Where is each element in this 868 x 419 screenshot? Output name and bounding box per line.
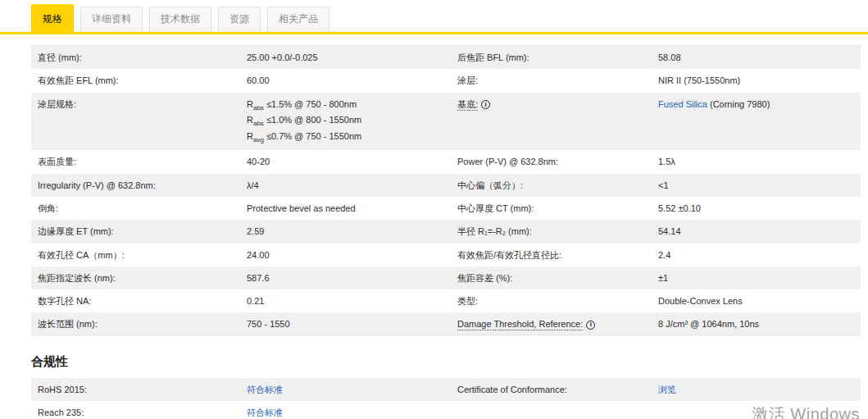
tab-related-products[interactable]: 相关产品 <box>267 7 329 32</box>
spec-label: 波长范围 (nm): <box>31 312 240 335</box>
spec-table: 直径 (mm): 25.00 +0.0/-0.025 后焦距 BFL (mm):… <box>31 45 861 336</box>
spec-label: 类型: <box>451 289 652 312</box>
compliance-table: RoHS 2015: 符合标准 Certificate of Conforman… <box>31 378 861 419</box>
spec-label: Power (P-V) @ 632.8nm: <box>451 150 652 173</box>
spec-label: Irregularity (P-V) @ 632.8nm: <box>31 174 240 197</box>
compliance-label: RoHS 2015: <box>31 378 240 401</box>
spec-label-damage-threshold: Damage Threshold, Reference:i <box>451 312 652 335</box>
compliance-label: Reach 235: <box>31 401 240 419</box>
spec-label: 数字孔径 NA: <box>31 289 240 312</box>
compliance-value: 符合标准 <box>240 401 451 419</box>
coating-spec-line: Ravg ≤0.7% @ 750 - 1550nm <box>247 130 444 145</box>
compliance-value <box>652 401 861 419</box>
rohs-compliant-link[interactable]: 符合标准 <box>247 385 283 394</box>
spec-value: Protective bevel as needed <box>240 197 451 220</box>
coating-spec-line: Rabs ≤1.0% @ 800 - 1550nm <box>247 114 444 129</box>
spec-value: 587.6 <box>240 266 451 289</box>
compliance-value: 符合标准 <box>240 378 451 401</box>
spec-value: 2.4 <box>652 244 861 266</box>
spec-row-wavelength-range: 波长范围 (nm): 750 - 1550 Damage Threshold, … <box>31 312 861 335</box>
tab-resources[interactable]: 资源 <box>218 7 261 32</box>
spec-label: 焦距指定波长 (nm): <box>31 266 240 289</box>
tab-details[interactable]: 详细资料 <box>80 7 143 32</box>
compliance-label: Certificate of Conformance: <box>451 378 652 401</box>
spec-value: ±1 <box>652 266 861 289</box>
spec-label-substrate: 基底:i <box>451 93 652 151</box>
compliance-row-rohs: RoHS 2015: 符合标准 Certificate of Conforman… <box>31 378 861 401</box>
info-icon[interactable]: i <box>586 321 595 330</box>
spec-value: 0.21 <box>240 289 451 312</box>
spec-value: <1 <box>652 174 861 197</box>
spec-label: 倒角: <box>31 197 240 220</box>
spec-label: 有效焦距/有效孔径直径比: <box>451 244 652 266</box>
compliance-value: 浏览 <box>652 378 861 401</box>
reach-compliant-link[interactable]: 符合标准 <box>247 408 283 417</box>
spec-value: NIR II (750-1550nm) <box>652 69 861 92</box>
spec-row-clear-aperture: 有效孔径 CA（mm）: 24.00 有效焦距/有效孔径直径比: 2.4 <box>31 244 861 266</box>
spec-label: 涂层规格: <box>31 93 240 151</box>
compliance-heading: 合规性 <box>31 354 868 370</box>
info-icon[interactable]: i <box>481 100 490 109</box>
spec-value: 60.00 <box>240 69 451 92</box>
spec-row-irregularity: Irregularity (P-V) @ 632.8nm: λ/4 中心偏（弧分… <box>31 174 861 197</box>
damage-threshold-label: Damage Threshold, Reference: <box>457 319 583 330</box>
spec-row-coating: 涂层规格: Rabs ≤1.5% @ 750 - 800nm Rabs ≤1.0… <box>31 93 861 151</box>
spec-value: λ/4 <box>240 174 451 197</box>
certificate-view-link[interactable]: 浏览 <box>658 385 676 394</box>
tab-technical-data[interactable]: 技术数据 <box>149 7 211 32</box>
spec-label: 中心偏（弧分）: <box>451 174 652 197</box>
spec-value: Double-Convex Lens <box>652 289 861 312</box>
tab-specifications[interactable]: 规格 <box>31 4 74 32</box>
compliance-label <box>451 401 652 419</box>
spec-value: 40-20 <box>240 150 451 173</box>
spec-row-efl: 有效焦距 EFL (mm): 60.00 涂层: NIR II (750-155… <box>31 69 861 92</box>
spec-value: 8 J/cm² @ 1064nm, 10ns <box>652 312 861 335</box>
spec-value: 25.00 +0.0/-0.025 <box>240 46 451 69</box>
spec-label: 半径 R₁=-R₂ (mm): <box>451 220 652 243</box>
coating-spec-value: Rabs ≤1.5% @ 750 - 800nm Rabs ≤1.0% @ 80… <box>240 93 451 151</box>
spec-value: 24.00 <box>240 244 451 266</box>
substrate-suffix: (Corning 7980) <box>707 99 770 109</box>
spec-row-surface-quality: 表面质量: 40-20 Power (P-V) @ 632.8nm: 1.5λ <box>31 150 861 173</box>
spec-value: 58.08 <box>652 46 861 69</box>
tab-bar: 规格 详细资料 技术数据 资源 相关产品 <box>0 0 868 34</box>
coating-spec-line: Rabs ≤1.5% @ 750 - 800nm <box>247 98 444 113</box>
spec-row-diameter: 直径 (mm): 25.00 +0.0/-0.025 后焦距 BFL (mm):… <box>31 46 861 69</box>
spec-label: 中心厚度 CT (mm): <box>451 197 652 220</box>
spec-label: 有效孔径 CA（mm）: <box>31 244 240 266</box>
substrate-link[interactable]: Fused Silica <box>658 99 707 109</box>
spec-label: 后焦距 BFL (mm): <box>451 46 652 69</box>
spec-label: 涂层: <box>451 69 652 92</box>
substrate-label: 基底: <box>457 99 478 111</box>
spec-row-bevel: 倒角: Protective bevel as needed 中心厚度 CT (… <box>31 197 861 220</box>
spec-value: 2.59 <box>240 220 451 243</box>
spec-value: 750 - 1550 <box>240 312 451 335</box>
spec-label: 直径 (mm): <box>31 46 240 69</box>
spec-value-substrate: Fused Silica (Corning 7980) <box>652 93 861 151</box>
spec-value: 5.52 ±0.10 <box>652 197 861 220</box>
spec-row-edge-thickness: 边缘厚度 ET (mm): 2.59 半径 R₁=-R₂ (mm): 54.14 <box>31 220 861 243</box>
spec-label: 边缘厚度 ET (mm): <box>31 220 240 243</box>
spec-label: 表面质量: <box>31 150 240 173</box>
spec-label: 有效焦距 EFL (mm): <box>31 69 240 92</box>
spec-label: 焦距容差 (%): <box>451 266 652 289</box>
spec-value: 1.5λ <box>652 150 861 173</box>
spec-row-design-wavelength: 焦距指定波长 (nm): 587.6 焦距容差 (%): ±1 <box>31 266 861 289</box>
spec-value: 54.14 <box>652 220 861 243</box>
compliance-row-reach: Reach 235: 符合标准 <box>31 401 861 419</box>
spec-row-numerical-aperture: 数字孔径 NA: 0.21 类型: Double-Convex Lens <box>31 289 861 312</box>
